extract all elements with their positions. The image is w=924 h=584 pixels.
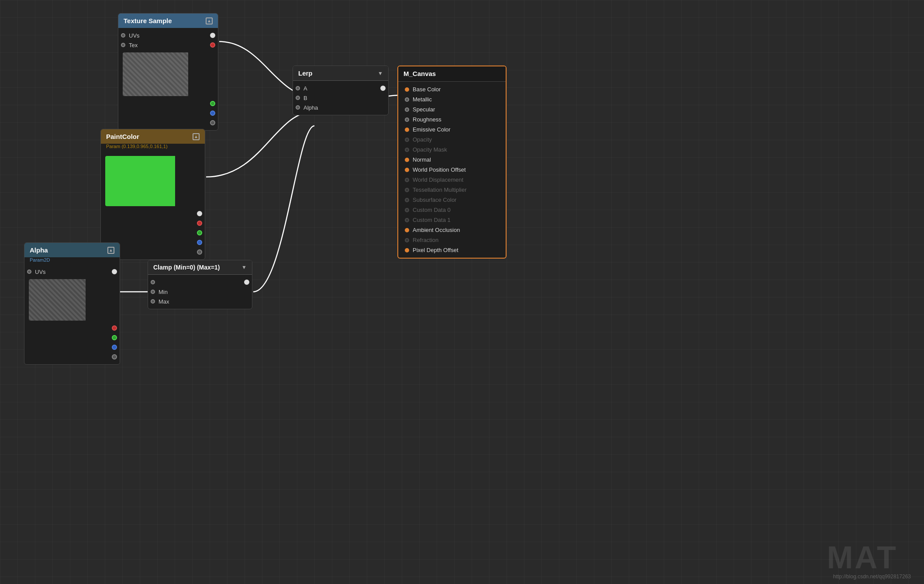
- paint-color-title: PaintColor: [106, 133, 139, 140]
- output-white-pin[interactable]: [210, 33, 215, 38]
- world-position-pin[interactable]: [405, 168, 409, 172]
- paint-color-header: PaintColor ▲: [101, 129, 205, 144]
- green-pin-row: [118, 99, 218, 108]
- lerp-alpha-row: Alpha: [293, 103, 388, 112]
- texture-preview: [123, 52, 214, 96]
- mcanvas-subsurface: Subsurface Color: [398, 195, 506, 205]
- lerp-output-pin[interactable]: [380, 86, 386, 91]
- alpha-preview-image: [29, 279, 86, 321]
- mcanvas-title: M_Canvas: [403, 70, 436, 77]
- clamp-output-pin[interactable]: [244, 280, 249, 285]
- world-displacement-pin[interactable]: [405, 178, 409, 182]
- texture-sample-collapse[interactable]: ▲: [206, 17, 213, 24]
- metallic-label: Metallic: [413, 96, 432, 103]
- opacity-mask-pin[interactable]: [405, 148, 409, 152]
- clamp-title: Clamp (Min=0) (Max=1): [153, 264, 220, 271]
- refraction-pin[interactable]: [405, 238, 409, 242]
- output-grey-pin[interactable]: [210, 120, 215, 125]
- mcanvas-ao: Ambient Occlusion: [398, 225, 506, 235]
- paint-preview-image: [105, 156, 175, 206]
- lerp-node: Lerp ▼ A B Alpha: [293, 66, 389, 115]
- tex-label: Tex: [129, 42, 138, 48]
- output-green-pin[interactable]: [210, 101, 215, 106]
- subsurface-label: Subsurface Color: [413, 197, 456, 203]
- tessellation-pin[interactable]: [405, 188, 409, 192]
- normal-label: Normal: [413, 156, 431, 163]
- mcanvas-custom1: Custom Data 1: [398, 215, 506, 225]
- lerp-dropdown[interactable]: ▼: [378, 70, 383, 76]
- lerp-a-input[interactable]: [296, 86, 300, 90]
- alpha-output-red[interactable]: [112, 325, 117, 331]
- alpha-subtitle: Param2D: [24, 257, 120, 264]
- alpha-output-blue[interactable]: [112, 345, 117, 350]
- mcanvas-refraction: Refraction: [398, 235, 506, 245]
- paint-white-row: [101, 209, 205, 218]
- opacity-mask-label: Opacity Mask: [413, 146, 447, 153]
- lerp-b-label: B: [303, 95, 307, 101]
- clamp-dropdown[interactable]: ▼: [241, 264, 247, 270]
- tessellation-label: Tessellation Multiplier: [413, 187, 467, 193]
- base-color-pin[interactable]: [405, 87, 409, 92]
- paint-output-blue[interactable]: [197, 240, 202, 245]
- alpha-uvs-label: UVs: [35, 269, 46, 275]
- paint-color-collapse[interactable]: ▲: [193, 133, 200, 140]
- tex-input-pin[interactable]: [121, 43, 125, 47]
- clamp-body: Min Max: [148, 275, 252, 309]
- clamp-input-pin[interactable]: [151, 280, 155, 284]
- paint-output-grey[interactable]: [197, 249, 202, 255]
- clamp-input-row: [148, 277, 252, 287]
- roughness-label: Roughness: [413, 116, 441, 123]
- custom0-pin[interactable]: [405, 208, 409, 212]
- mcanvas-emissive: Emissive Color: [398, 124, 506, 135]
- alpha-output-grey[interactable]: [112, 354, 117, 359]
- emissive-pin[interactable]: [405, 128, 409, 132]
- uvs-input-pin[interactable]: [121, 33, 125, 38]
- mcanvas-opacity: Opacity: [398, 135, 506, 145]
- texture-sample-node: Texture Sample ▲ UVs Tex: [118, 13, 218, 131]
- metallic-pin[interactable]: [405, 97, 409, 102]
- ao-pin[interactable]: [405, 228, 409, 232]
- alpha-uvs-input[interactable]: [27, 270, 31, 274]
- blue-pin-row: [118, 108, 218, 118]
- custom1-pin[interactable]: [405, 218, 409, 222]
- opacity-label: Opacity: [413, 136, 432, 143]
- paint-output-green[interactable]: [197, 230, 202, 235]
- normal-pin[interactable]: [405, 158, 409, 162]
- watermark-text: MAT: [827, 539, 898, 575]
- world-position-label: World Position Offset: [413, 166, 466, 173]
- paint-output-red[interactable]: [197, 221, 202, 226]
- lerp-title: Lerp: [298, 69, 313, 77]
- alpha-collapse[interactable]: ▲: [107, 247, 114, 254]
- mcanvas-base-color: Base Color: [398, 84, 506, 94]
- refraction-label: Refraction: [413, 237, 438, 243]
- roughness-pin[interactable]: [405, 117, 409, 122]
- subsurface-pin[interactable]: [405, 198, 409, 202]
- texture-preview-image: [123, 52, 188, 96]
- uvs-row: UVs: [118, 31, 218, 40]
- clamp-max-row: Max: [148, 297, 252, 306]
- mcanvas-node: M_Canvas Base Color Metallic Specular Ro…: [397, 66, 507, 259]
- grey-pin-row: [118, 118, 218, 128]
- alpha-output-green[interactable]: [112, 335, 117, 340]
- clamp-min-row: Min: [148, 287, 252, 297]
- mcanvas-specular: Specular: [398, 104, 506, 114]
- mcanvas-tessellation: Tessellation Multiplier: [398, 185, 506, 195]
- alpha-green-row: [24, 333, 120, 342]
- texture-sample-title: Texture Sample: [124, 17, 172, 24]
- mcanvas-opacity-mask: Opacity Mask: [398, 145, 506, 155]
- mcanvas-pixel-depth: Pixel Depth Offset: [398, 245, 506, 255]
- opacity-pin[interactable]: [405, 138, 409, 142]
- alpha-uvs-output[interactable]: [112, 269, 117, 274]
- output-red-pin[interactable]: [210, 42, 215, 48]
- output-blue-pin[interactable]: [210, 111, 215, 116]
- lerp-a-row: A: [293, 83, 388, 93]
- lerp-b-input[interactable]: [296, 96, 300, 100]
- pixel-depth-pin[interactable]: [405, 248, 409, 252]
- clamp-min-label: Min: [159, 289, 168, 295]
- clamp-max-pin[interactable]: [151, 299, 155, 304]
- paint-output-white[interactable]: [197, 211, 202, 216]
- clamp-min-pin[interactable]: [151, 290, 155, 294]
- lerp-alpha-input[interactable]: [296, 105, 300, 110]
- specular-pin[interactable]: [405, 107, 409, 112]
- lerp-b-row: B: [293, 93, 388, 103]
